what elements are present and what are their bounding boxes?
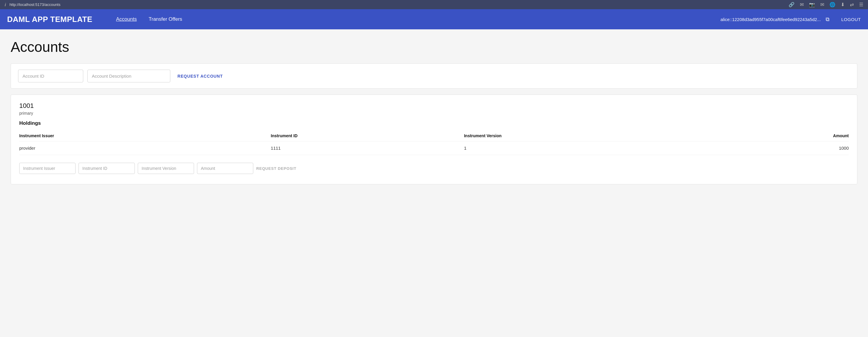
user-id: alice::12208d3ad955f7a00caf6fee6ed92243a… [720,17,821,22]
globe-icon[interactable]: 🌐 [830,2,835,7]
browser-url: http://localhost:5173/accounts [9,2,60,7]
menu-icon[interactable]: ☰ [859,2,863,7]
browser-icons: 🔗 ✉ 📷 ✉ 🌐 ⬇ ⇄ ☰ [788,2,863,7]
browser-bar: i http://localhost:5173/accounts 🔗 ✉ 📷 ✉… [0,0,868,9]
cell-instrument-id: 1111 [271,142,464,155]
account-type: primary [19,111,849,116]
logout-button[interactable]: LOGOUT [841,17,861,22]
request-account-button[interactable]: REQUEST ACCOUNT [178,74,223,79]
cell-amount: 1000 [736,142,849,155]
nav-accounts[interactable]: Accounts [116,16,137,22]
app-header: DAML APP TEMPLATE Accounts Transfer Offe… [0,9,868,29]
cell-instrument-version: 1 [464,142,736,155]
account-request-form: REQUEST ACCOUNT [11,63,857,89]
transfer-icon[interactable]: ⇄ [850,2,854,7]
col-instrument-issuer: Instrument Issuer [19,130,271,142]
col-instrument-id: Instrument ID [271,130,464,142]
table-row: provider 1111 1 1000 [19,142,849,155]
inbox-icon[interactable]: ✉ [800,2,804,7]
copy-icon[interactable]: ⧉ [826,16,830,23]
deposit-instrument-issuer-input[interactable] [19,163,75,174]
table-header-row: Instrument Issuer Instrument ID Instrume… [19,130,849,142]
col-amount: Amount [736,130,849,142]
link-icon[interactable]: 🔗 [788,2,795,7]
app-title: DAML APP TEMPLATE [7,15,92,24]
deposit-amount-input[interactable] [197,163,253,174]
account-id-input[interactable] [18,70,83,83]
mail-icon[interactable]: ✉ [820,2,824,7]
holdings-table: Instrument Issuer Instrument ID Instrume… [19,130,849,155]
deposit-instrument-id-input[interactable] [79,163,135,174]
col-instrument-version: Instrument Version [464,130,736,142]
account-card: 1001 primary Holdings Instrument Issuer … [11,95,857,184]
holdings-title: Holdings [19,120,849,126]
account-description-input[interactable] [87,70,170,83]
main-content: Accounts REQUEST ACCOUNT 1001 primary Ho… [0,29,868,334]
nav-transfer-offers[interactable]: Transfer Offers [149,16,182,22]
header-right: alice::12208d3ad955f7a00caf6fee6ed92243a… [720,16,861,23]
download-icon[interactable]: ⬇ [841,2,845,7]
camera-icon[interactable]: 📷 [809,2,815,7]
request-deposit-button[interactable]: REQUEST DEPOSIT [256,166,297,171]
nav-links: Accounts Transfer Offers [116,16,182,22]
page-title: Accounts [11,39,857,55]
cell-instrument-issuer: provider [19,142,271,155]
deposit-instrument-version-input[interactable] [138,163,194,174]
account-number: 1001 [19,102,849,110]
deposit-form: REQUEST DEPOSIT [19,160,849,177]
info-icon: i [5,2,6,7]
